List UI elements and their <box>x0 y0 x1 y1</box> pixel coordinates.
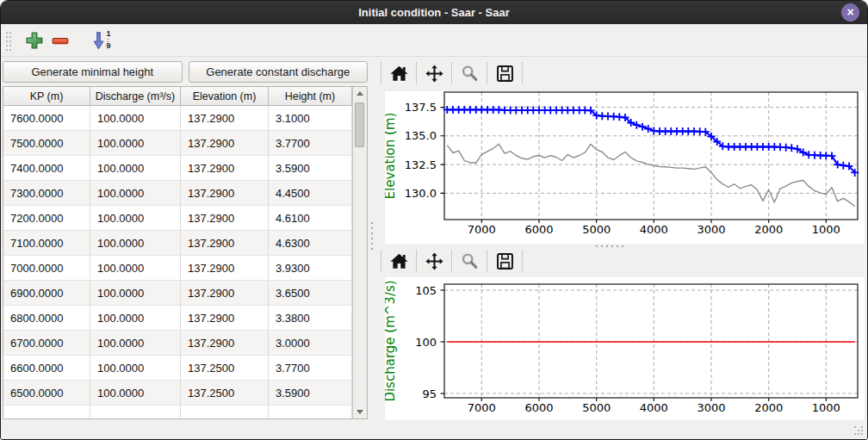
x-tick-label: 1000 <box>812 223 840 236</box>
table-cell[interactable]: 100.0000 <box>90 306 181 331</box>
pan-icon <box>425 251 444 271</box>
table-cell[interactable]: 137.2900 <box>181 306 269 331</box>
add-row-button[interactable] <box>22 28 47 53</box>
plot-pan-button[interactable] <box>421 61 447 85</box>
table-cell[interactable]: 3.9300 <box>269 256 352 281</box>
sort-rows-button[interactable]: 1 9 <box>85 28 118 53</box>
table-cell[interactable]: 7600.0000 <box>3 106 90 131</box>
table-cell[interactable]: 7000.0000 <box>3 256 90 281</box>
table-cell[interactable]: 6700.0000 <box>3 331 90 356</box>
pan-icon <box>425 64 444 84</box>
x-tick-label: 5000 <box>582 401 611 414</box>
table-cell[interactable]: 137.2900 <box>181 131 269 156</box>
table-cell[interactable]: 100.0000 <box>90 231 181 256</box>
x-tick-label: 7000 <box>468 401 496 414</box>
table-cell[interactable]: 100.0000 <box>90 381 181 406</box>
toolbar-separator <box>451 62 452 84</box>
table-cell[interactable] <box>3 406 90 419</box>
table-cell[interactable]: 3.3800 <box>269 306 352 331</box>
table-cell[interactable]: 7400.0000 <box>3 156 90 181</box>
table-cell[interactable]: 7300.0000 <box>3 181 90 206</box>
column-header[interactable]: Height (m) <box>269 87 352 106</box>
discharge-chart[interactable]: 700060005000400030002000100095100105Disc… <box>385 277 865 420</box>
table-row: 7600.0000100.0000137.29003.1000 <box>3 106 367 131</box>
table-cell[interactable]: 3.5900 <box>269 156 352 181</box>
table-row: 6600.0000100.0000137.25003.7700 <box>3 356 367 381</box>
titlebar[interactable]: Initial condition - Saar - Saar × <box>1 1 867 24</box>
table-cell[interactable]: 6500.0000 <box>3 381 90 406</box>
discharge-figure[interactable]: 700060005000400030002000100095100105Disc… <box>385 277 865 420</box>
table-cell[interactable]: 137.2900 <box>181 106 269 131</box>
column-header[interactable]: Elevation (m) <box>181 87 269 106</box>
table-cell[interactable]: 137.2900 <box>181 281 269 306</box>
table-cell[interactable]: 137.2900 <box>181 331 269 356</box>
plot-save-button[interactable] <box>492 61 518 85</box>
table-cell[interactable]: 137.2900 <box>181 231 269 256</box>
plot-zoom-button[interactable] <box>456 249 482 273</box>
elevation-chart[interactable]: 7000600050004000300020001000130.0132.513… <box>385 91 865 244</box>
column-header[interactable]: KP (m) <box>3 87 90 106</box>
scrollbar-track[interactable] <box>353 100 367 406</box>
plot-pan-button[interactable] <box>421 249 447 273</box>
table-cell[interactable]: 137.2500 <box>181 381 269 406</box>
table-cell[interactable]: 3.5900 <box>269 381 352 406</box>
scroll-up-button[interactable] <box>353 87 367 100</box>
plot-zoom-button[interactable] <box>456 61 482 85</box>
vertical-splitter[interactable] <box>369 57 376 421</box>
resize-grip[interactable] <box>854 426 863 435</box>
table-cell[interactable]: 100.0000 <box>90 156 181 181</box>
generate-minimal-height-button[interactable]: Generate minimal height <box>3 61 183 83</box>
table-cell[interactable]: 3.1000 <box>269 106 352 131</box>
x-tick-label: 1000 <box>812 401 840 414</box>
table-cell[interactable]: 3.7700 <box>269 356 352 381</box>
table-cell[interactable]: 3.0000 <box>269 331 352 356</box>
table-cell[interactable]: 100.0000 <box>90 281 181 306</box>
table-cell[interactable]: 100.0000 <box>90 131 181 156</box>
plot-home-button[interactable] <box>386 61 412 85</box>
table-cell[interactable]: 7200.0000 <box>3 206 90 231</box>
toolbar-drag-handle[interactable] <box>6 31 11 50</box>
table-cell[interactable]: 7100.0000 <box>3 231 90 256</box>
table-cell[interactable]: 3.6500 <box>269 281 352 306</box>
generate-constant-discharge-button[interactable]: Generate constant discharge <box>189 61 369 83</box>
table-cell[interactable]: 6600.0000 <box>3 356 90 381</box>
table-cell[interactable] <box>181 406 269 419</box>
table-cell[interactable]: 4.6100 <box>269 206 352 231</box>
toolbar-separator <box>416 250 417 272</box>
water-surface-elevation <box>447 109 854 172</box>
column-header[interactable]: Discharge (m³/s) <box>90 87 181 106</box>
table-cell[interactable]: 7500.0000 <box>3 131 90 156</box>
close-button[interactable]: × <box>841 3 859 22</box>
save-icon <box>495 251 515 271</box>
table-cell[interactable]: 100.0000 <box>90 206 181 231</box>
table-row: 7400.0000100.0000137.29003.5900 <box>3 156 367 181</box>
table-cell[interactable] <box>269 406 352 419</box>
table-cell[interactable]: 100.0000 <box>90 256 181 281</box>
table-cell[interactable]: 100.0000 <box>90 356 181 381</box>
table-cell[interactable]: 100.0000 <box>90 331 181 356</box>
table-cell[interactable]: 137.2900 <box>181 256 269 281</box>
table-cell[interactable]: 100.0000 <box>90 106 181 131</box>
table-cell[interactable]: 137.2900 <box>181 206 269 231</box>
scroll-down-button[interactable] <box>353 406 367 418</box>
table-body: 7600.0000100.0000137.29003.10007500.0000… <box>3 106 367 419</box>
table-cell[interactable]: 137.2500 <box>181 356 269 381</box>
window-title: Initial condition - Saar - Saar <box>1 1 867 24</box>
table-cell[interactable]: 137.2900 <box>181 181 269 206</box>
plot-home-button[interactable] <box>386 249 412 273</box>
elevation-figure[interactable]: 7000600050004000300020001000130.0132.513… <box>385 91 865 244</box>
table-cell[interactable] <box>90 406 181 419</box>
toolbar-separator <box>381 250 381 272</box>
table-cell[interactable]: 6900.0000 <box>3 281 90 306</box>
table-cell[interactable]: 4.6300 <box>269 231 352 256</box>
table-cell[interactable]: 6800.0000 <box>3 306 90 331</box>
plot-save-button[interactable] <box>492 249 518 273</box>
scrollbar-thumb[interactable] <box>355 102 364 147</box>
table-cell[interactable]: 3.7700 <box>269 131 352 156</box>
table-cell[interactable]: 100.0000 <box>90 181 181 206</box>
zoom-icon <box>460 64 480 84</box>
remove-row-button[interactable] <box>47 28 73 53</box>
table-cell[interactable]: 137.2900 <box>181 156 269 181</box>
table-cell[interactable]: 4.4500 <box>269 181 352 206</box>
table-scrollbar[interactable] <box>352 87 367 418</box>
